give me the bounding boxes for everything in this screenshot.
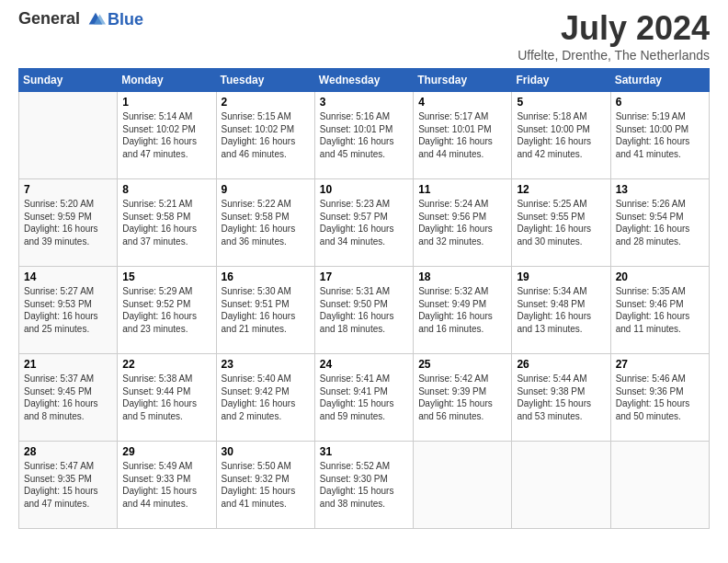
day-number: 2 [222,96,310,109]
day-number: 6 [616,96,704,109]
calendar-cell: 5Sunrise: 5:18 AMSunset: 10:00 PMDayligh… [512,92,610,179]
calendar-cell: 24Sunrise: 5:41 AMSunset: 9:41 PMDayligh… [314,354,413,442]
calendar-cell [610,442,709,529]
calendar-cell [512,442,610,529]
day-number: 19 [517,270,605,283]
calendar-cell: 6Sunrise: 5:19 AMSunset: 10:00 PMDayligh… [610,92,709,179]
day-info: Sunrise: 5:52 AMSunset: 9:30 PMDaylight:… [320,460,408,510]
calendar-cell: 12Sunrise: 5:25 AMSunset: 9:55 PMDayligh… [512,179,610,267]
header-monday: Monday [118,69,216,92]
day-number: 20 [616,270,704,283]
calendar-cell: 13Sunrise: 5:26 AMSunset: 9:54 PMDayligh… [610,179,709,267]
day-number: 11 [418,183,506,196]
calendar-cell: 1Sunrise: 5:14 AMSunset: 10:02 PMDayligh… [118,92,216,179]
day-number: 21 [24,358,112,371]
calendar-cell: 19Sunrise: 5:34 AMSunset: 9:48 PMDayligh… [512,267,610,354]
day-number: 1 [122,96,210,109]
day-info: Sunrise: 5:25 AMSunset: 9:55 PMDaylight:… [517,198,605,247]
day-info: Sunrise: 5:30 AMSunset: 9:51 PMDaylight:… [222,285,310,335]
day-info: Sunrise: 5:22 AMSunset: 9:58 PMDaylight:… [222,198,310,247]
day-info: Sunrise: 5:46 AMSunset: 9:36 PMDaylight:… [616,373,704,422]
day-info: Sunrise: 5:49 AMSunset: 9:33 PMDaylight:… [122,460,210,510]
day-number: 22 [122,358,210,371]
calendar-cell: 18Sunrise: 5:32 AMSunset: 9:49 PMDayligh… [414,267,512,354]
day-info: Sunrise: 5:20 AMSunset: 9:59 PMDaylight:… [24,198,112,247]
day-number: 24 [320,358,408,371]
day-info: Sunrise: 5:37 AMSunset: 9:45 PMDaylight:… [24,373,112,422]
day-info: Sunrise: 5:19 AMSunset: 10:00 PMDaylight… [616,110,704,160]
day-number: 26 [517,358,605,371]
calendar-header-row: SundayMondayTuesdayWednesdayThursdayFrid… [19,69,710,92]
day-info: Sunrise: 5:27 AMSunset: 9:53 PMDaylight:… [24,285,112,335]
day-number: 23 [222,358,310,371]
week-row-1: 1Sunrise: 5:14 AMSunset: 10:02 PMDayligh… [19,92,710,179]
calendar-cell: 28Sunrise: 5:47 AMSunset: 9:35 PMDayligh… [19,442,118,529]
day-info: Sunrise: 5:21 AMSunset: 9:58 PMDaylight:… [122,198,210,247]
day-info: Sunrise: 5:41 AMSunset: 9:41 PMDaylight:… [320,373,408,422]
calendar-cell: 9Sunrise: 5:22 AMSunset: 9:58 PMDaylight… [216,179,314,267]
day-number: 4 [418,96,506,109]
calendar-cell [19,92,118,179]
calendar-cell: 4Sunrise: 5:17 AMSunset: 10:01 PMDayligh… [414,92,512,179]
day-info: Sunrise: 5:16 AMSunset: 10:01 PMDaylight… [320,110,408,160]
calendar-cell: 31Sunrise: 5:52 AMSunset: 9:30 PMDayligh… [314,442,413,529]
day-info: Sunrise: 5:35 AMSunset: 9:46 PMDaylight:… [616,285,704,335]
logo-text-blue: Blue [108,10,143,29]
calendar-cell: 15Sunrise: 5:29 AMSunset: 9:52 PMDayligh… [118,267,216,354]
calendar-cell: 30Sunrise: 5:50 AMSunset: 9:32 PMDayligh… [216,442,314,529]
calendar-cell: 27Sunrise: 5:46 AMSunset: 9:36 PMDayligh… [610,354,709,442]
day-number: 13 [616,183,704,196]
calendar-cell: 25Sunrise: 5:42 AMSunset: 9:39 PMDayligh… [414,354,512,442]
day-number: 29 [122,445,210,458]
week-row-4: 21Sunrise: 5:37 AMSunset: 9:45 PMDayligh… [19,354,710,442]
day-number: 31 [320,445,408,458]
calendar-cell: 2Sunrise: 5:15 AMSunset: 10:02 PMDayligh… [216,92,314,179]
calendar-cell: 7Sunrise: 5:20 AMSunset: 9:59 PMDaylight… [19,179,118,267]
location-text: Uffelte, Drenthe, The Netherlands [518,48,710,63]
calendar-cell: 26Sunrise: 5:44 AMSunset: 9:38 PMDayligh… [512,354,610,442]
day-info: Sunrise: 5:24 AMSunset: 9:56 PMDaylight:… [418,198,506,247]
day-number: 27 [616,358,704,371]
month-title: July 2024 [518,9,710,48]
day-info: Sunrise: 5:47 AMSunset: 9:35 PMDaylight:… [24,460,112,510]
day-info: Sunrise: 5:31 AMSunset: 9:50 PMDaylight:… [320,285,408,335]
calendar-cell: 11Sunrise: 5:24 AMSunset: 9:56 PMDayligh… [414,179,512,267]
title-block: July 2024 Uffelte, Drenthe, The Netherla… [518,9,710,63]
day-info: Sunrise: 5:18 AMSunset: 10:00 PMDaylight… [517,110,605,160]
calendar-cell: 17Sunrise: 5:31 AMSunset: 9:50 PMDayligh… [314,267,413,354]
day-info: Sunrise: 5:14 AMSunset: 10:02 PMDaylight… [122,110,210,160]
calendar-cell: 29Sunrise: 5:49 AMSunset: 9:33 PMDayligh… [118,442,216,529]
day-number: 3 [320,96,408,109]
calendar-cell: 22Sunrise: 5:38 AMSunset: 9:44 PMDayligh… [118,354,216,442]
day-info: Sunrise: 5:15 AMSunset: 10:02 PMDaylight… [222,110,310,160]
calendar-cell: 16Sunrise: 5:30 AMSunset: 9:51 PMDayligh… [216,267,314,354]
calendar-cell [414,442,512,529]
day-info: Sunrise: 5:42 AMSunset: 9:39 PMDaylight:… [418,373,506,422]
header-wednesday: Wednesday [314,69,413,92]
day-number: 10 [320,183,408,196]
calendar-cell: 23Sunrise: 5:40 AMSunset: 9:42 PMDayligh… [216,354,314,442]
calendar-table: SundayMondayTuesdayWednesdayThursdayFrid… [18,68,710,529]
day-number: 15 [122,270,210,283]
calendar-cell: 8Sunrise: 5:21 AMSunset: 9:58 PMDaylight… [118,179,216,267]
day-info: Sunrise: 5:40 AMSunset: 9:42 PMDaylight:… [222,373,310,422]
day-number: 18 [418,270,506,283]
header-tuesday: Tuesday [216,69,314,92]
week-row-3: 14Sunrise: 5:27 AMSunset: 9:53 PMDayligh… [19,267,710,354]
day-info: Sunrise: 5:34 AMSunset: 9:48 PMDaylight:… [517,285,605,335]
day-number: 16 [222,270,310,283]
day-info: Sunrise: 5:26 AMSunset: 9:54 PMDaylight:… [616,198,704,247]
day-number: 8 [122,183,210,196]
header-saturday: Saturday [610,69,709,92]
calendar-cell: 21Sunrise: 5:37 AMSunset: 9:45 PMDayligh… [19,354,118,442]
day-info: Sunrise: 5:32 AMSunset: 9:49 PMDaylight:… [418,285,506,335]
day-number: 30 [222,445,310,458]
day-number: 14 [24,270,112,283]
logo-text-general: General [18,9,80,28]
day-number: 7 [24,183,112,196]
day-number: 12 [517,183,605,196]
day-number: 28 [24,445,112,458]
day-info: Sunrise: 5:38 AMSunset: 9:44 PMDaylight:… [122,373,210,422]
calendar-cell: 3Sunrise: 5:16 AMSunset: 10:01 PMDayligh… [314,92,413,179]
day-info: Sunrise: 5:44 AMSunset: 9:38 PMDaylight:… [517,373,605,422]
